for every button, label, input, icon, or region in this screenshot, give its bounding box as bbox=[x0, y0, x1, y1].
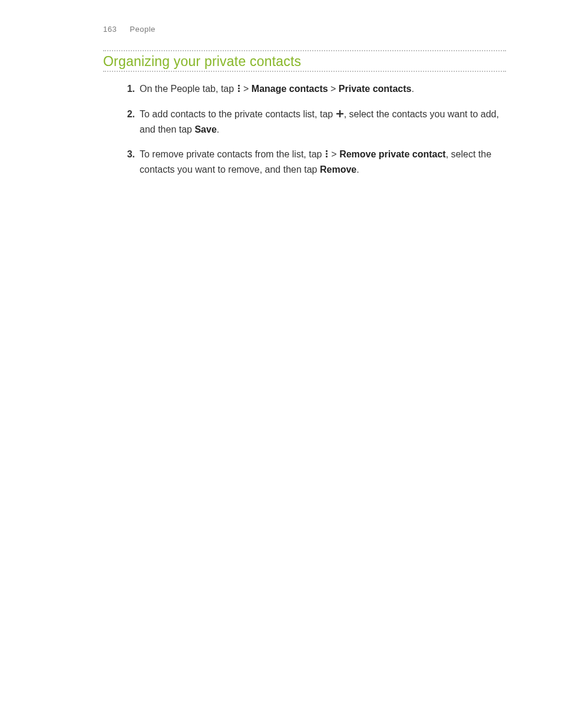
step-text: To add contacts to the private contacts … bbox=[140, 109, 336, 119]
svg-rect-4 bbox=[336, 113, 343, 114]
step-text: . bbox=[411, 84, 414, 94]
page-number: 163 bbox=[103, 25, 117, 34]
button-label: Remove bbox=[320, 164, 356, 174]
step-text: . bbox=[356, 164, 359, 174]
menu-label: Remove private contact bbox=[339, 149, 446, 159]
more-vert-icon bbox=[325, 147, 329, 163]
step-text: > bbox=[329, 149, 339, 159]
plus-icon bbox=[336, 107, 344, 123]
step-1: On the People tab, tap > Manage contacts… bbox=[129, 81, 506, 97]
button-label: Save bbox=[194, 124, 216, 134]
svg-rect-6 bbox=[326, 153, 328, 154]
svg-rect-2 bbox=[238, 90, 240, 92]
chapter-name: People bbox=[130, 25, 155, 34]
step-2: To add contacts to the private contacts … bbox=[129, 107, 506, 137]
menu-label: Manage contacts bbox=[252, 84, 328, 94]
svg-rect-1 bbox=[238, 88, 240, 90]
svg-rect-0 bbox=[238, 85, 240, 87]
svg-rect-5 bbox=[326, 150, 328, 152]
page-header: 163 People bbox=[103, 25, 506, 34]
menu-label: Private contacts bbox=[339, 84, 412, 94]
more-vert-icon bbox=[237, 82, 241, 97]
svg-rect-7 bbox=[326, 156, 328, 157]
divider-bottom bbox=[103, 71, 506, 72]
steps-list: On the People tab, tap > Manage contacts… bbox=[129, 81, 506, 177]
step-text: > bbox=[241, 84, 252, 94]
section-title: Organizing your private contacts bbox=[103, 51, 506, 71]
step-3: To remove private contacts from the list… bbox=[129, 147, 506, 177]
step-text: To remove private contacts from the list… bbox=[140, 149, 325, 159]
step-text: On the People tab, tap bbox=[140, 84, 237, 94]
step-text: > bbox=[328, 84, 339, 94]
step-text: . bbox=[217, 124, 219, 134]
